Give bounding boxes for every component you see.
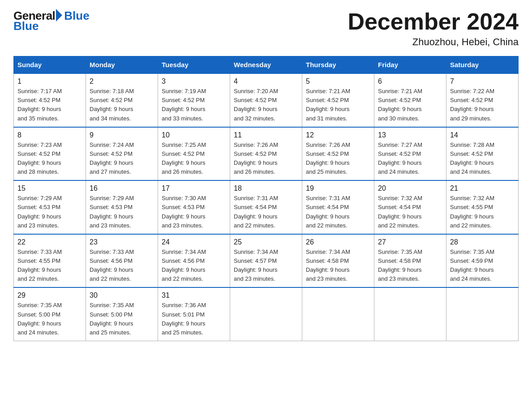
week-row-3: 15Sunrise: 7:29 AMSunset: 4:53 PMDayligh… [14,180,519,234]
day-number: 18 [234,184,298,193]
day-cell: 29Sunrise: 7:35 AMSunset: 5:00 PMDayligh… [14,287,86,341]
day-info: Sunrise: 7:22 AMSunset: 4:52 PMDaylight:… [450,87,515,123]
day-info: Sunrise: 7:35 AMSunset: 5:00 PMDaylight:… [17,301,82,337]
day-cell [302,287,374,341]
week-row-5: 29Sunrise: 7:35 AMSunset: 5:00 PMDayligh… [14,287,519,341]
day-info: Sunrise: 7:34 AMSunset: 4:56 PMDaylight:… [162,248,226,284]
day-cell: 28Sunrise: 7:35 AMSunset: 4:59 PMDayligh… [446,234,519,288]
day-number: 27 [378,238,442,246]
day-info: Sunrise: 7:24 AMSunset: 4:52 PMDaylight:… [90,141,154,177]
day-cell: 4Sunrise: 7:20 AMSunset: 4:52 PMDaylight… [230,73,302,127]
day-number: 4 [234,77,298,86]
day-cell: 1Sunrise: 7:17 AMSunset: 4:52 PMDaylight… [14,73,86,127]
day-info: Sunrise: 7:34 AMSunset: 4:58 PMDaylight:… [306,248,370,284]
location-title: Zhuozhou, Hebei, China [348,36,519,48]
day-cell [446,287,519,341]
day-cell: 18Sunrise: 7:31 AMSunset: 4:54 PMDayligh… [230,180,302,234]
day-cell: 9Sunrise: 7:24 AMSunset: 4:52 PMDaylight… [86,127,158,181]
day-info: Sunrise: 7:26 AMSunset: 4:52 PMDaylight:… [234,141,298,177]
day-info: Sunrise: 7:35 AMSunset: 5:00 PMDaylight:… [90,301,154,337]
calendar-table: SundayMondayTuesdayWednesdayThursdayFrid… [13,56,519,341]
day-cell: 11Sunrise: 7:26 AMSunset: 4:52 PMDayligh… [230,127,302,181]
header-cell-sunday: Sunday [14,56,86,74]
week-row-4: 22Sunrise: 7:33 AMSunset: 4:55 PMDayligh… [14,234,519,288]
day-info: Sunrise: 7:20 AMSunset: 4:52 PMDaylight:… [234,87,298,123]
day-cell: 8Sunrise: 7:23 AMSunset: 4:52 PMDaylight… [14,127,86,181]
day-cell: 3Sunrise: 7:19 AMSunset: 4:52 PMDaylight… [158,73,230,127]
header-cell-wednesday: Wednesday [230,56,302,74]
day-info: Sunrise: 7:28 AMSunset: 4:52 PMDaylight:… [450,141,515,177]
header-cell-friday: Friday [374,56,446,74]
week-row-2: 8Sunrise: 7:23 AMSunset: 4:52 PMDaylight… [14,127,519,181]
day-number: 29 [17,291,82,300]
logo: General Blue Blue [13,9,90,33]
header-cell-monday: Monday [86,56,158,74]
day-info: Sunrise: 7:29 AMSunset: 4:53 PMDaylight:… [17,194,82,230]
logo-blue-text: Blue [64,9,89,23]
day-cell [374,287,446,341]
day-number: 31 [162,291,226,300]
day-number: 6 [378,77,442,86]
day-number: 5 [306,77,370,86]
day-number: 16 [90,184,154,193]
logo-triangle-icon [56,9,62,21]
day-info: Sunrise: 7:27 AMSunset: 4:52 PMDaylight:… [378,141,442,177]
day-info: Sunrise: 7:29 AMSunset: 4:53 PMDaylight:… [90,194,154,230]
day-cell: 7Sunrise: 7:22 AMSunset: 4:52 PMDaylight… [446,73,519,127]
day-cell: 30Sunrise: 7:35 AMSunset: 5:00 PMDayligh… [86,287,158,341]
day-number: 2 [90,77,154,86]
page-header: General Blue Blue December 2024 Zhuozhou… [13,9,519,48]
week-row-1: 1Sunrise: 7:17 AMSunset: 4:52 PMDaylight… [14,73,519,127]
header-cell-tuesday: Tuesday [158,56,230,74]
day-info: Sunrise: 7:36 AMSunset: 5:01 PMDaylight:… [162,301,226,337]
title-block: December 2024 Zhuozhou, Hebei, China [348,9,519,48]
day-cell: 2Sunrise: 7:18 AMSunset: 4:52 PMDaylight… [86,73,158,127]
day-cell: 24Sunrise: 7:34 AMSunset: 4:56 PMDayligh… [158,234,230,288]
day-number: 20 [378,184,442,193]
day-info: Sunrise: 7:32 AMSunset: 4:54 PMDaylight:… [378,194,442,230]
day-info: Sunrise: 7:17 AMSunset: 4:52 PMDaylight:… [17,87,82,123]
day-cell: 17Sunrise: 7:30 AMSunset: 4:53 PMDayligh… [158,180,230,234]
day-number: 25 [234,238,298,246]
day-cell: 12Sunrise: 7:26 AMSunset: 4:52 PMDayligh… [302,127,374,181]
day-cell: 14Sunrise: 7:28 AMSunset: 4:52 PMDayligh… [446,127,519,181]
day-cell: 26Sunrise: 7:34 AMSunset: 4:58 PMDayligh… [302,234,374,288]
logo-bottom-text: Blue [13,19,39,33]
day-number: 14 [450,131,515,139]
day-number: 24 [162,238,226,246]
day-cell: 27Sunrise: 7:35 AMSunset: 4:58 PMDayligh… [374,234,446,288]
calendar-body: 1Sunrise: 7:17 AMSunset: 4:52 PMDaylight… [14,73,519,341]
day-cell: 16Sunrise: 7:29 AMSunset: 4:53 PMDayligh… [86,180,158,234]
day-info: Sunrise: 7:33 AMSunset: 4:56 PMDaylight:… [90,248,154,284]
day-cell: 21Sunrise: 7:32 AMSunset: 4:55 PMDayligh… [446,180,519,234]
header-row: SundayMondayTuesdayWednesdayThursdayFrid… [14,56,519,74]
day-info: Sunrise: 7:30 AMSunset: 4:53 PMDaylight:… [162,194,226,230]
day-cell: 31Sunrise: 7:36 AMSunset: 5:01 PMDayligh… [158,287,230,341]
day-cell: 19Sunrise: 7:31 AMSunset: 4:54 PMDayligh… [302,180,374,234]
day-number: 30 [90,291,154,300]
day-number: 3 [162,77,226,86]
day-info: Sunrise: 7:21 AMSunset: 4:52 PMDaylight:… [306,87,370,123]
day-info: Sunrise: 7:35 AMSunset: 4:58 PMDaylight:… [378,248,442,284]
day-number: 8 [17,131,82,139]
day-number: 23 [90,238,154,246]
day-info: Sunrise: 7:33 AMSunset: 4:55 PMDaylight:… [17,248,82,284]
day-cell: 6Sunrise: 7:21 AMSunset: 4:52 PMDaylight… [374,73,446,127]
day-cell: 25Sunrise: 7:34 AMSunset: 4:57 PMDayligh… [230,234,302,288]
day-info: Sunrise: 7:31 AMSunset: 4:54 PMDaylight:… [234,194,298,230]
calendar-header: SundayMondayTuesdayWednesdayThursdayFrid… [14,56,519,74]
day-number: 10 [162,131,226,139]
header-cell-saturday: Saturday [446,56,519,74]
day-cell [230,287,302,341]
day-number: 22 [17,238,82,246]
day-info: Sunrise: 7:23 AMSunset: 4:52 PMDaylight:… [17,141,82,177]
day-number: 13 [378,131,442,139]
day-info: Sunrise: 7:26 AMSunset: 4:52 PMDaylight:… [306,141,370,177]
day-number: 19 [306,184,370,193]
header-cell-thursday: Thursday [302,56,374,74]
day-info: Sunrise: 7:31 AMSunset: 4:54 PMDaylight:… [306,194,370,230]
day-info: Sunrise: 7:32 AMSunset: 4:55 PMDaylight:… [450,194,515,230]
day-info: Sunrise: 7:19 AMSunset: 4:52 PMDaylight:… [162,87,226,123]
day-info: Sunrise: 7:34 AMSunset: 4:57 PMDaylight:… [234,248,298,284]
day-number: 12 [306,131,370,139]
